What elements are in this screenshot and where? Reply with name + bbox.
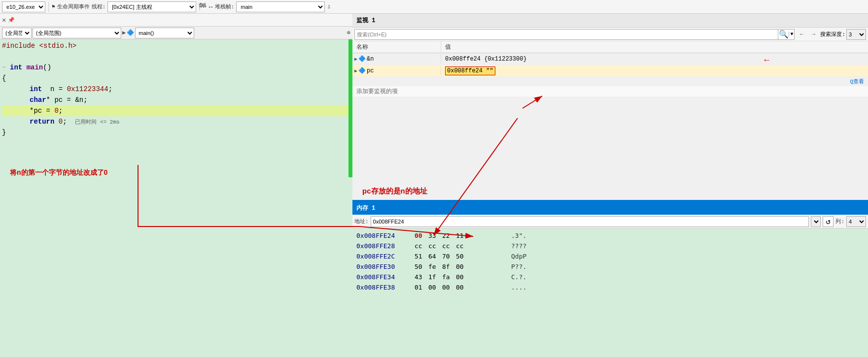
mem-addr-2: 0x008FFE2C — [356, 253, 411, 260]
separator1 — [48, 2, 49, 12]
nav-forward-button[interactable]: → — [808, 30, 818, 39]
mem-byte-0-1: 33 — [428, 232, 439, 239]
pc-annotation-area: pc存放的是n的地址 — [352, 183, 868, 200]
watch-cell-pc-val: 0x008ffe24 "" — [441, 66, 868, 75]
view-btn-area: Q查看 — [352, 77, 868, 86]
top-toolbar: e10_26.exe ⚑ 生命周期事件 线程: [0x24EC] 主线程 🏁 ↔… — [0, 0, 868, 14]
mem-row-5: 0x008FFE38 01 00 00 00 .... — [356, 282, 864, 292]
pc-semicolon: ; — [59, 107, 63, 115]
n-arrow-annotation: ← — [764, 55, 769, 65]
view-button[interactable]: Q查看 — [850, 78, 864, 85]
memory-content[interactable]: 0x008FFE24 00 33 22 11 .3". 0x008FFE28 c… — [352, 228, 868, 357]
watch-cell-n-name: ▶ 🔷 &n — [352, 54, 441, 64]
stack-select[interactable]: main — [236, 1, 325, 12]
search-box[interactable]: 🔍 ▼ — [354, 29, 795, 40]
open-brace: { — [2, 74, 6, 82]
char-kw: char — [30, 96, 46, 104]
close-button[interactable]: ✕ — [2, 16, 6, 24]
code-line-include: #include <stdio.h> — [2, 40, 352, 51]
mem-byte-1-0: cc — [415, 242, 425, 250]
func-select[interactable]: main() — [135, 28, 194, 38]
minus-icon: − — [2, 64, 5, 71]
watch-table: 名称 值 ▶ 🔷 &n 0x008ffe24 {0x11223300} ← — [352, 41, 868, 183]
watch-panel: 监视 1 🔍 ▼ ← → 搜索深度: 3 — [352, 14, 868, 201]
exe-select[interactable]: e10_26.exe — [2, 1, 45, 12]
watch-row-pc[interactable]: ▶ 🔷 pc 0x008ffe24 "" — [352, 65, 868, 77]
mem-byte-3-1: fe — [428, 263, 439, 270]
search-dropdown[interactable]: ▼ — [789, 32, 794, 37]
return-semi: ; — [63, 118, 75, 126]
time-annotation: 已用时间 <= 2ms — [75, 118, 119, 126]
expand-pc[interactable]: ▶ — [354, 68, 357, 74]
stack-label: 堆栈帧: — [215, 3, 235, 10]
mem-byte-1-3: cc — [456, 242, 467, 250]
mem-bytes-1: cc cc cc cc — [415, 242, 503, 250]
mem-bytes-4: 43 1f fa 00 — [415, 273, 503, 281]
exe-selector[interactable]: e10_26.exe — [2, 1, 45, 12]
mem-ascii-5: .... — [511, 284, 526, 291]
mem-bytes-0: 00 33 22 11 — [415, 232, 503, 239]
filter-icon: ⇩ — [327, 2, 331, 11]
mem-addr-4: 0x008FFE34 — [356, 273, 411, 281]
mem-byte-1-1: cc — [428, 242, 439, 250]
mem-byte-5-3: 00 — [456, 284, 467, 291]
n-decl: n = — [42, 85, 67, 93]
add-line-btn[interactable]: ⊕ — [347, 29, 350, 36]
search-input[interactable] — [355, 32, 778, 37]
code-line-char-pc: char * pc = &n; — [2, 95, 352, 105]
code-content[interactable]: #include <stdio.h> − int main () { — [0, 39, 352, 357]
scope-select[interactable]: (全局范围) — [33, 28, 121, 38]
col-select[interactable]: 4 — [846, 216, 866, 227]
close-brace: } — [2, 129, 6, 136]
flag-icon: 🏁 — [198, 2, 207, 11]
star-pc-code: *pc = — [30, 107, 54, 115]
thread-select[interactable]: [0x24EC] 主线程 — [107, 1, 196, 12]
col-label: 列: — [835, 218, 844, 225]
code-second-toolbar: ✕ 📌 — [0, 14, 352, 27]
watch-cell-n-val: 0x008ffe24 {0x11223300} — [441, 55, 868, 64]
scope-dropdown[interactable]: (全局范围) — [2, 28, 32, 38]
mem-row-1: 0x008FFE28 cc cc cc cc ???? — [356, 241, 864, 251]
int-kw-n: int — [30, 85, 42, 93]
search-button[interactable]: 🔍 — [778, 29, 789, 40]
mem-bytes-3: 50 fe 8f 00 — [415, 263, 503, 270]
code-line-close-brace: } — [2, 127, 352, 138]
address-input[interactable] — [371, 216, 809, 227]
zero-val: 0 — [54, 107, 58, 115]
mem-byte-3-0: 50 — [415, 263, 425, 270]
add-item-row[interactable]: 添加要监视的项 — [352, 86, 868, 97]
return-zero — [54, 118, 58, 126]
n-watch-label: &n — [367, 56, 374, 63]
nav-back-button[interactable]: ← — [797, 30, 806, 39]
mem-byte-2-0: 51 — [415, 253, 425, 260]
code-toolbar: (全局范围) (全局范围) ▶ 🔷 main() ⊕ — [0, 27, 352, 39]
code-panel: ✕ 📌 (全局范围) (全局范围) ▶ 🔷 main() ⊕ — [0, 14, 352, 357]
memory-header: 内存 1 — [352, 201, 868, 215]
mem-ascii-1: ???? — [511, 242, 526, 250]
expand-n[interactable]: ▶ — [354, 56, 357, 62]
address-dropdown[interactable]: ▼ — [811, 216, 821, 227]
code-line-return: return 0 ; 已用时间 <= 2ms — [2, 116, 352, 127]
add-item-cell[interactable]: 添加要监视的项 — [352, 86, 868, 97]
mem-addr-1: 0x008FFE28 — [356, 242, 411, 250]
watch-row-n[interactable]: ▶ 🔷 &n 0x008ffe24 {0x11223300} ← — [352, 53, 868, 65]
main-func: main — [27, 64, 43, 71]
mem-bytes-5: 01 00 00 00 — [415, 284, 503, 291]
watch-title: 监视 1 — [356, 16, 375, 25]
mem-ascii-3: P??. — [511, 263, 526, 270]
return-val: 0 — [59, 118, 63, 126]
arrow-icon: ↔ — [208, 3, 212, 11]
mem-byte-4-3: 00 — [456, 273, 467, 281]
mem-byte-4-0: 43 — [415, 273, 425, 281]
mem-byte-0-0: 00 — [415, 232, 425, 239]
depth-select[interactable]: 3 — [846, 29, 866, 40]
code-line-main-decl: − int main () — [2, 62, 352, 73]
depth-label: 搜索深度: — [820, 31, 845, 38]
include-text: #include <stdio.h> — [2, 42, 76, 50]
annotation-area: 将n的第一个字节的地址改成了0 — [10, 168, 352, 177]
mem-byte-2-2: 70 — [442, 253, 453, 260]
refresh-button[interactable]: ↺ — [823, 216, 833, 227]
mem-row-4: 0x008FFE34 43 1f fa 00 C.?. — [356, 272, 864, 282]
pc-annotation: pc存放的是n的地址 — [362, 187, 858, 196]
watch-icon-pc: 🔷 — [358, 67, 366, 74]
